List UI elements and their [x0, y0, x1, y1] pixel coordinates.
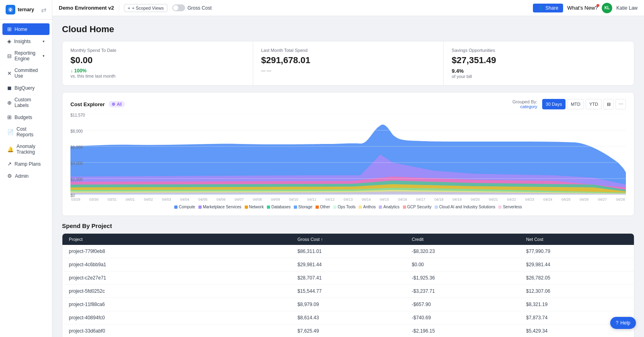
legend-item-marketplace: Marketplace Services	[198, 205, 242, 209]
sidebar-item-budgets[interactable]: ⊞ Budgets	[2, 111, 50, 123]
sidebar-item-admin[interactable]: ⚙ Admin	[2, 170, 50, 182]
reporting-icon: ⊟	[7, 53, 12, 59]
stat-last-month: Last Month Total Spend $291,678.01 — —	[253, 41, 444, 85]
stat-lastmonth-label: Last Month Total Spend	[261, 48, 436, 53]
x-label: 04/18	[434, 197, 444, 201]
x-label: 04/04	[180, 197, 190, 201]
legend-label: Compute	[179, 205, 195, 209]
col-header-credit: Credit	[405, 234, 520, 245]
filter-dot	[112, 103, 115, 106]
chevron-down-icon: ▾	[43, 39, 45, 43]
legend-item-gcp-security: GCP Security	[403, 205, 431, 209]
chart-controls: 30 Days MTD YTD ⊟ ⋯	[542, 99, 626, 109]
gross-cost: $7,625.49	[291, 325, 405, 337]
legend-label: GCP Security	[407, 205, 431, 209]
stat-change-pct: ↓ 100%	[70, 68, 87, 74]
table-row[interactable]: project-11f88ca6 $8,979.09 -$657.90 $8,3…	[62, 298, 634, 311]
x-label: 03/29	[71, 197, 80, 201]
filter-label: All	[117, 102, 122, 107]
legend-label: Databases	[271, 205, 291, 209]
sidebar-item-committed-use[interactable]: ✕ Committed Use	[2, 65, 50, 82]
legend-label: Cloud AI and Industry Solutions	[439, 205, 495, 209]
chart-view-table-btn[interactable]: ⊟	[603, 99, 614, 109]
scoped-views-button[interactable]: + + Scoped Views	[124, 4, 167, 12]
topbar-right: 👤 Share What's New? KL Katie Law	[533, 3, 638, 13]
toggle-thumb	[173, 5, 178, 10]
x-label: 04/08	[253, 197, 262, 201]
legend-dot	[245, 205, 248, 209]
section-title: Spend By Project	[62, 222, 634, 229]
whats-new-button[interactable]: What's New?	[567, 5, 598, 11]
legend-dot	[403, 205, 406, 209]
cost-explorer-section: Cost Explorer All Grouped By: category 3…	[62, 92, 634, 216]
sidebar-item-insights[interactable]: ◈ Insights ▾	[2, 35, 50, 47]
x-label: 04/16	[398, 197, 407, 201]
grouped-by: Grouped By: category	[512, 99, 537, 109]
table-row[interactable]: project-40894fc0 $8,614.43 -$740.69 $7,8…	[62, 311, 634, 325]
user-name: Katie Law	[616, 5, 638, 11]
table-row[interactable]: project-779f0eb8 $86,311.01 -$8,320.23 $…	[62, 245, 634, 258]
grouped-by-label: Grouped By:	[512, 99, 537, 104]
x-label: 04/25	[561, 197, 571, 201]
table-row[interactable]: project-33d6abf0 $7,625.49 -$2,196.15 $5…	[62, 325, 634, 337]
stat-savings: Savings Opportunities $27,351.49 9.4% of…	[444, 41, 634, 85]
chart-title: Cost Explorer	[70, 101, 105, 107]
sidebar-item-bigquery[interactable]: ◼ BigQuery	[2, 82, 50, 94]
help-button[interactable]: ? Help	[610, 317, 636, 329]
stat-lastmonth-value: $291,678.01	[261, 55, 436, 66]
x-label: 04/03	[162, 197, 171, 201]
legend-dot	[267, 205, 270, 209]
sidebar: ternary ⇄ ⊞ Home ◈ Insights ▾ ⊟ Reportin…	[0, 0, 52, 337]
sidebar-item-home[interactable]: ⊞ Home	[2, 23, 50, 35]
sidebar-collapse-btn[interactable]: ⇄	[41, 6, 46, 14]
project-table: Project Gross Cost ↑ Credit Net Cost pro…	[62, 233, 634, 337]
x-label: 04/06	[217, 197, 226, 201]
credit: -$1,925.36	[405, 271, 520, 285]
main-area: Demo Environment v2 + + Scoped Views Gro…	[52, 0, 644, 337]
sidebar-item-label: Home	[14, 27, 27, 32]
cost-chart-svg	[70, 114, 626, 195]
sidebar-item-label: Budgets	[14, 115, 32, 120]
avatar: KL	[602, 3, 612, 13]
sidebar-item-label: Custom Labels	[14, 97, 45, 108]
bigquery-icon: ◼	[7, 85, 12, 91]
environment-title: Demo Environment v2	[59, 5, 114, 11]
table-row[interactable]: project-5fd0252c $15,544.77 -$3,237.71 $…	[62, 285, 634, 298]
sidebar-item-cost-reports[interactable]: 📄 Cost Reports	[2, 123, 50, 140]
gross-cost: $28,707.41	[291, 271, 405, 285]
credit: -$2,196.15	[405, 325, 520, 337]
time-btn-30days[interactable]: 30 Days	[542, 99, 566, 109]
chart-filter-pill[interactable]: All	[109, 101, 125, 107]
help-icon: ?	[616, 320, 619, 326]
col-header-net: Net Cost	[520, 234, 634, 245]
time-btn-mtd[interactable]: MTD	[567, 99, 584, 109]
grouped-by-value[interactable]: category	[512, 104, 537, 109]
x-label: 04/26	[580, 197, 589, 201]
net-cost: $8,321.19	[520, 298, 634, 311]
sidebar-item-custom-labels[interactable]: ⊕ Custom Labels	[2, 94, 50, 111]
credit: -$3,237.71	[405, 285, 520, 298]
share-button[interactable]: 👤 Share	[533, 4, 563, 12]
table-row[interactable]: project-4c6bb9a1 $29,981.44 $0.00 $29,98…	[62, 258, 634, 271]
credit: -$8,320.23	[405, 245, 520, 258]
chart-view-options-btn[interactable]: ⋯	[615, 99, 626, 109]
gross-cost: $8,614.43	[291, 311, 405, 325]
legend-item-ops-tools: Ops Tools	[333, 205, 355, 209]
time-btn-ytd[interactable]: YTD	[586, 99, 602, 109]
project-name: project-33d6abf0	[62, 325, 291, 337]
table-row[interactable]: project-c2e27e71 $28,707.41 -$1,925.36 $…	[62, 271, 634, 285]
legend-item-compute: Compute	[174, 205, 195, 209]
x-label: 04/01	[126, 197, 135, 201]
sidebar-item-reporting[interactable]: ⊟ Reporting Engine ▾	[2, 47, 50, 64]
legend-dot	[316, 205, 319, 209]
legend-item-anthos: Anthos	[359, 205, 376, 209]
chevron-down-icon: ▾	[43, 54, 45, 58]
x-label: 04/21	[489, 197, 498, 201]
x-label: 04/07	[235, 197, 244, 201]
col-header-project[interactable]: Project	[62, 234, 291, 245]
gross-cost-toggle[interactable]	[172, 4, 185, 11]
sidebar-item-ramp-plans[interactable]: ↗ Ramp Plans	[2, 158, 50, 170]
sidebar-item-anomaly[interactable]: 🔔 Anomaly Tracking	[2, 141, 50, 158]
col-header-gross[interactable]: Gross Cost ↑	[291, 234, 405, 245]
net-cost: $77,990.79	[520, 245, 634, 258]
